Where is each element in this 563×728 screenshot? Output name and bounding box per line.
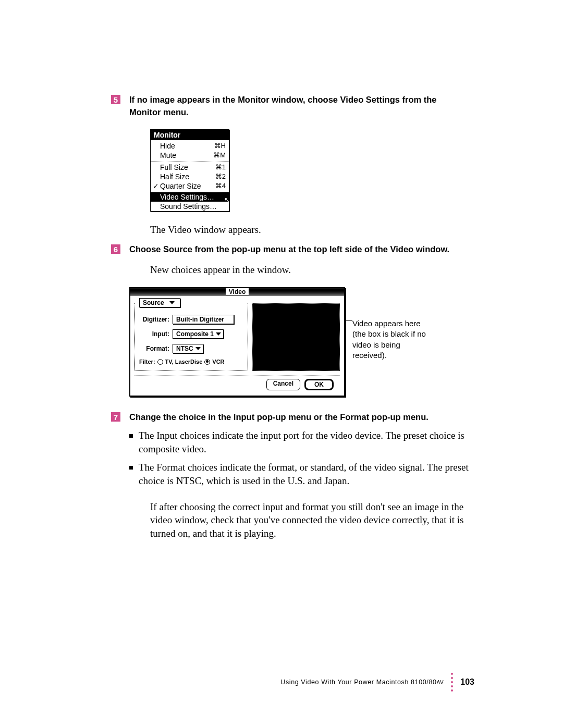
list-item: The Format choices indicate the format, …	[139, 461, 469, 487]
step-instruction: Change the choice in the Input pop-up me…	[129, 411, 429, 424]
cancel-button[interactable]: Cancel	[266, 379, 300, 390]
popup-value: Built-in Digitizer	[176, 316, 224, 323]
menu-shortcut: ⌘H	[214, 142, 226, 150]
monitor-menu: Monitor Hide ⌘H Mute ⌘M Full Size ⌘1 Hal…	[150, 129, 229, 212]
digitizer-popup[interactable]: Built-in Digitizer	[173, 315, 234, 324]
video-preview-box	[252, 303, 340, 371]
menu-label: Sound Settings…	[160, 202, 217, 211]
menu-title: Monitor	[151, 130, 229, 140]
step-7: 7 Change the choice in the Input pop-up …	[129, 411, 469, 424]
callout-text: Video appears here (the box is black if …	[352, 318, 431, 361]
footer-text-main: Using Video With Your Power Macintosh 81…	[280, 678, 436, 686]
step-number-badge: 5	[111, 95, 120, 104]
footer-text-av: AV	[436, 680, 444, 685]
step-instruction: If no image appears in the Monitor windo…	[129, 94, 469, 119]
field-label: Digitizer:	[139, 316, 169, 323]
body-paragraph: If after choosing the correct input and …	[150, 500, 469, 540]
step-5: 5 If no image appears in the Monitor win…	[129, 94, 469, 119]
callout-leader-line	[345, 320, 352, 321]
body-paragraph: New choices appear in the window.	[150, 263, 469, 277]
menu-item-full-size[interactable]: Full Size ⌘1	[151, 163, 229, 172]
source-groupbox: Source Digitizer: Built-in Digitizer Inp…	[134, 303, 248, 371]
callout-label: Video appears here (the box is black if …	[352, 319, 426, 360]
menu-label: Full Size	[160, 163, 188, 171]
chevron-down-icon	[216, 332, 221, 336]
chevron-down-icon	[195, 347, 201, 350]
menu-item-quarter-size[interactable]: Quarter Size ⌘4	[151, 181, 229, 191]
menu-label: Quarter Size	[160, 182, 201, 190]
dialog-titlebar: Video	[130, 288, 344, 296]
menu-shortcut: ⌘1	[215, 163, 226, 171]
video-dialog: Video Source Digitizer: Built-in Digitiz…	[129, 287, 345, 397]
radio-label: VCR	[212, 359, 224, 365]
menu-label: Hide	[160, 142, 175, 150]
filter-row: Filter: TV, LaserDisc VCR	[139, 359, 243, 365]
format-popup[interactable]: NTSC	[173, 344, 203, 353]
popup-value: NTSC	[176, 345, 193, 352]
footer-dots-icon	[451, 673, 453, 692]
menu-label: Mute	[160, 151, 176, 159]
menu-shortcut: ⌘2	[215, 172, 226, 180]
step-instruction: Choose Source from the pop-up menu at th…	[129, 243, 449, 256]
body-paragraph: The Video window appears.	[150, 223, 469, 237]
step-6: 6 Choose Source from the pop-up menu at …	[129, 243, 469, 256]
menu-item-video-settings[interactable]: Video Settings… ↖	[151, 192, 229, 202]
field-label: Filter:	[139, 359, 155, 365]
dialog-title: Video	[226, 288, 249, 295]
list-item: The Input choices indicate the input por…	[139, 429, 469, 455]
filter-radio-vcr[interactable]	[204, 359, 210, 365]
menu-item-hide[interactable]: Hide ⌘H	[151, 141, 229, 151]
menu-item-half-size[interactable]: Half Size ⌘2	[151, 172, 229, 181]
page-content: 5 If no image appears in the Monitor win…	[0, 0, 563, 540]
popup-label: Source	[143, 299, 164, 306]
menu-label: Half Size	[160, 172, 189, 181]
filter-radio-tv[interactable]	[157, 359, 163, 365]
input-popup[interactable]: Composite 1	[173, 329, 224, 339]
radio-label: TV, LaserDisc	[165, 359, 203, 365]
step-number-badge: 6	[111, 244, 120, 254]
menu-item-mute[interactable]: Mute ⌘M	[151, 151, 229, 160]
page-footer: Using Video With Your Power Macintosh 81…	[280, 673, 474, 692]
page-number: 103	[460, 677, 474, 687]
menu-shortcut: ⌘M	[213, 151, 226, 159]
menu-shortcut: ⌘4	[215, 182, 226, 190]
ok-button[interactable]: OK	[304, 379, 334, 390]
menu-label: Video Settings…	[160, 193, 214, 201]
source-popup[interactable]: Source	[139, 298, 180, 307]
bullet-list: The Input choices indicate the input por…	[129, 429, 469, 488]
popup-value: Composite 1	[176, 330, 214, 338]
step-number-badge: 7	[111, 412, 120, 422]
menu-item-sound-settings[interactable]: Sound Settings…	[151, 202, 229, 211]
footer-chapter-title: Using Video With Your Power Macintosh 81…	[280, 678, 444, 686]
chevron-down-icon	[169, 301, 175, 304]
field-label: Format:	[139, 345, 169, 352]
field-label: Input:	[139, 330, 169, 338]
video-dialog-figure: Video Source Digitizer: Built-in Digitiz…	[129, 287, 469, 397]
